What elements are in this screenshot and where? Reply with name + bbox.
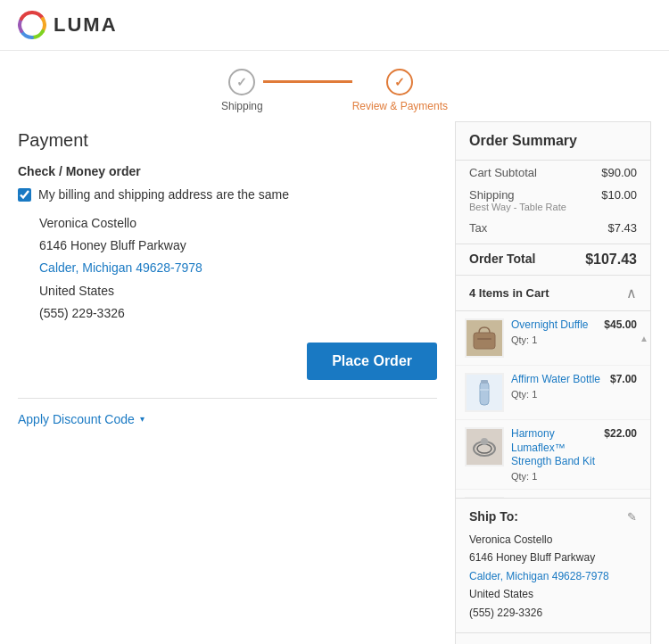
logo-text: LUMA — [54, 13, 118, 37]
item-price-band: $22.00 — [604, 427, 637, 440]
payment-method-title: Check / Money order — [18, 164, 437, 178]
shipping-value: $10.00 — [601, 188, 637, 202]
cart-item: Affirm Water Bottle Qty: 1 $7.00 — [456, 366, 650, 420]
scroll-indicator: ▲ — [640, 334, 648, 343]
tax-row: Tax $7.43 — [456, 216, 650, 240]
item-image-bottle — [465, 373, 504, 412]
bottle-svg — [467, 375, 502, 410]
item-qty-bottle: Qty: 1 — [511, 389, 603, 400]
item-info-bag: Overnight Duffle Qty: 1 — [511, 318, 597, 345]
step-check-review: ✓ — [394, 75, 405, 89]
billing-country: United States — [39, 280, 437, 302]
ship-to-section: Ship To: ✎ Veronica Costello 6146 Honey … — [456, 498, 650, 632]
shipping-label: Shipping — [469, 188, 515, 202]
ship-name: Veronica Costello — [469, 531, 637, 549]
billing-same-checkbox[interactable] — [18, 188, 31, 202]
billing-same-label: My billing and shipping address are the … — [38, 187, 289, 202]
shipping-method-name: Best Way - Table Rate — [469, 202, 637, 212]
shipping-row: Shipping $10.00 Best Way - Table Rate — [456, 185, 650, 216]
page-wrapper: LUMA ✓ Shipping ✓ Review & Payments Paym… — [0, 0, 669, 644]
ship-to-edit-icon[interactable]: ✎ — [627, 510, 637, 524]
cart-toggle-icon: ∧ — [626, 285, 637, 301]
billing-phone: (555) 229-3326 — [39, 302, 437, 325]
cart-items-list: Overnight Duffle Qty: 1 $45.00 ▲ — [456, 310, 650, 498]
item-qty-bag: Qty: 1 — [511, 334, 597, 345]
cart-subtotal-row: Cart Subtotal $90.00 — [456, 161, 650, 185]
svg-rect-6 — [481, 380, 488, 384]
item-info-bottle: Affirm Water Bottle Qty: 1 — [511, 373, 603, 400]
item-name-pursuit: Pursuit Lumaflex™ Tone — [511, 497, 597, 498]
step-label-shipping: Shipping — [221, 100, 263, 112]
item-price-bottle: $7.00 — [610, 373, 637, 385]
order-total-label: Order Total — [469, 252, 535, 268]
ship-country: United States — [469, 585, 637, 603]
tax-label: Tax — [469, 221, 487, 235]
item-image-bag — [465, 318, 504, 358]
cart-items-header[interactable]: 4 Items in Cart ∧ — [456, 275, 650, 310]
step-circle-review: ✓ — [386, 69, 413, 95]
svg-rect-7 — [480, 389, 489, 391]
item-name-band: Harmony Lumaflex™ Strength Band Kit — [511, 427, 597, 469]
item-info-band: Harmony Lumaflex™ Strength Band Kit Qty:… — [511, 427, 597, 482]
svg-rect-8 — [467, 429, 502, 465]
left-panel: Payment Check / Money order My billing a… — [18, 121, 437, 644]
logo-icon — [18, 11, 46, 39]
place-order-wrapper: Place Order — [18, 343, 437, 380]
item-price-bag: $45.00 — [604, 318, 637, 331]
cart-item: Overnight Duffle Qty: 1 $45.00 ▲ — [456, 311, 650, 366]
step-shipping: ✓ Shipping — [221, 69, 263, 112]
step-review: ✓ Review & Payments — [352, 69, 448, 112]
billing-city: Calder, Michigan 49628-7978 — [39, 257, 437, 279]
order-total-value: $107.43 — [585, 252, 637, 268]
shipping-label-row: Shipping $10.00 — [469, 188, 637, 202]
step-label-review: Review & Payments — [352, 100, 448, 112]
item-info-pursuit: Pursuit Lumaflex™ Tone Qty: 1 — [511, 497, 597, 498]
header: LUMA — [0, 0, 669, 51]
cart-subtotal-value: $90.00 — [601, 166, 637, 179]
item-name-bag: Overnight Duffle — [511, 318, 597, 333]
divider — [18, 398, 437, 399]
ship-to-header: Ship To: ✎ — [469, 509, 637, 524]
svg-rect-3 — [477, 338, 491, 340]
item-price-pursuit: $16.00 — [604, 497, 637, 498]
place-order-button[interactable]: Place Order — [307, 343, 437, 380]
step-circle-shipping: ✓ — [228, 69, 255, 95]
bag-svg — [467, 320, 502, 356]
cart-items-label: 4 Items in Cart — [469, 286, 549, 300]
order-total-row: Order Total $107.43 — [456, 244, 650, 275]
svg-rect-5 — [480, 382, 489, 405]
discount-chevron-icon: ▾ — [140, 414, 145, 424]
item-image-band — [465, 427, 504, 466]
order-summary-header: Order Summary — [456, 122, 650, 161]
ship-city: Calder, Michigan 49628-7978 — [469, 567, 637, 585]
billing-address-block: Veronica Costello 6146 Honey Bluff Parkw… — [18, 212, 437, 325]
progress-bar: ✓ Shipping ✓ Review & Payments — [0, 51, 669, 121]
billing-street: 6146 Honey Bluff Parkway — [39, 235, 437, 257]
order-summary-box: Order Summary Cart Subtotal $90.00 Shipp… — [455, 121, 651, 644]
svg-point-11 — [481, 438, 488, 445]
order-summary-title: Order Summary — [469, 133, 577, 148]
discount-code-label: Apply Discount Code — [18, 412, 135, 426]
cart-item: Harmony Lumaflex™ Strength Band Kit Qty:… — [456, 420, 650, 490]
logo: LUMA — [18, 11, 118, 39]
cart-subtotal-label: Cart Subtotal — [469, 166, 537, 179]
item-qty-band: Qty: 1 — [511, 471, 597, 482]
shipping-method-section: Shipping Method: ✎ Best Way - Table Rate — [456, 632, 650, 644]
ship-to-title: Ship To: — [469, 509, 518, 524]
step-connector — [263, 80, 352, 83]
svg-rect-2 — [474, 333, 495, 349]
discount-code-toggle[interactable]: Apply Discount Code ▾ — [18, 408, 437, 431]
band-svg — [467, 429, 502, 465]
main-content: Payment Check / Money order My billing a… — [0, 121, 669, 644]
step-check-shipping: ✓ — [236, 75, 247, 89]
payment-section-title: Payment — [18, 121, 437, 151]
cart-item: Pursuit Lumaflex™ Tone Qty: 1 $16.00 ▼ — [456, 490, 650, 498]
item-name-bottle: Affirm Water Bottle — [511, 373, 603, 387]
billing-name: Veronica Costello — [39, 212, 437, 235]
ship-phone: (555) 229-3326 — [469, 604, 637, 622]
billing-same-row: My billing and shipping address are the … — [18, 187, 437, 202]
item-image-pursuit — [465, 497, 504, 498]
ship-street: 6146 Honey Bluff Parkway — [469, 549, 637, 566]
right-panel: Order Summary Cart Subtotal $90.00 Shipp… — [455, 121, 651, 644]
tax-value: $7.43 — [607, 221, 637, 235]
